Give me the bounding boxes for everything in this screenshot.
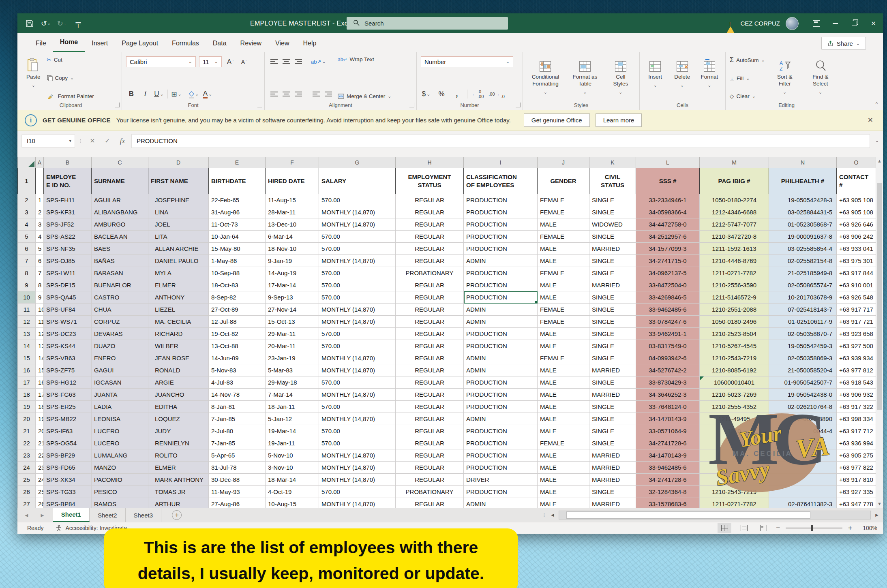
tab-split-handle[interactable]: ⁞	[543, 512, 545, 518]
cell-E26[interactable]: 11-May-93	[209, 486, 266, 498]
cell-F25[interactable]: 18-Mar-14	[266, 474, 319, 486]
cell-B19[interactable]: SPS-ER25	[44, 401, 92, 413]
cell-G27[interactable]: MONTHLY (14,870)	[319, 498, 396, 508]
cell-C25[interactable]: PACOMIO	[92, 474, 148, 486]
cell-F23[interactable]: 5-Nov-10	[266, 449, 319, 462]
column-header-O[interactable]: O	[837, 157, 876, 168]
cell-L2[interactable]: 33-2334946-1	[636, 194, 700, 206]
cell-L14[interactable]: 03-8317549-0	[636, 340, 700, 352]
cell-F22[interactable]: 19-Jan-11	[266, 437, 319, 449]
cell-styles-button[interactable]: Cell Styles⌄	[606, 56, 635, 100]
cell-L11[interactable]: 33-9462485-6	[636, 304, 700, 316]
cut-button[interactable]: ✂Cut	[47, 56, 94, 63]
cell-F15[interactable]: 23-Jan-19	[266, 352, 319, 364]
cell-E4[interactable]: 11-Oct-73	[209, 218, 266, 231]
row-header-9[interactable]: 9	[18, 279, 36, 291]
increase-font-icon[interactable]: Aˆ	[225, 57, 236, 67]
cell-D11[interactable]: LIEZEL	[148, 304, 209, 316]
cell-G12[interactable]: MONTHLY (14,870)	[319, 316, 396, 328]
cell-D2[interactable]: JOSEPHINE	[148, 194, 209, 206]
cell-J27[interactable]: MALE	[538, 498, 589, 508]
row-header-22[interactable]: 22	[18, 437, 36, 449]
cell-C24[interactable]: MANZO	[92, 462, 148, 474]
cell-N15[interactable]: 02-050358869-3	[769, 352, 837, 364]
cell-G6[interactable]: 570.00	[319, 243, 396, 255]
cell-L8[interactable]: 34-0962137-5	[636, 267, 700, 279]
cell-G9[interactable]: 570.00	[319, 279, 396, 291]
header-cell-I1[interactable]: CLASSIFICATION OF EMPLOYEES	[464, 168, 538, 194]
column-header-H[interactable]: H	[396, 157, 464, 168]
cell-C27[interactable]: RAMOS	[92, 498, 148, 508]
fill-button[interactable]: ↓Fill⌄	[730, 75, 750, 81]
cell-N2[interactable]: 19-050542428-3	[769, 194, 837, 206]
cell-D26[interactable]: TOMAS JR	[148, 486, 209, 498]
cell-O11[interactable]: +63 917 717	[837, 304, 876, 316]
align-right-icon[interactable]	[293, 89, 304, 99]
column-header-C[interactable]: C	[92, 157, 148, 168]
cell-K4[interactable]: WIDOWED	[589, 218, 636, 231]
cell-H22[interactable]: REGULAR	[396, 437, 464, 449]
scroll-left-icon[interactable]: ◄	[548, 511, 557, 520]
cell-F26[interactable]: 4-Oct-19	[266, 486, 319, 498]
cell-L9[interactable]: 33-8472504-0	[636, 279, 700, 291]
cell-E17[interactable]: 4-Jul-83	[209, 376, 266, 389]
cell-I12[interactable]: ADMIN	[464, 316, 538, 328]
cell-M11[interactable]: 1210-2551-2088	[700, 304, 769, 316]
scroll-down-icon[interactable]: ▼	[876, 500, 883, 508]
menu-tab-page-layout[interactable]: Page Layout	[115, 35, 165, 52]
cell-L17[interactable]: 33-8730429-3	[636, 376, 700, 389]
decrease-decimal-icon[interactable]: .00→.0	[488, 89, 504, 99]
expand-formula-bar-icon[interactable]: ⌄	[873, 138, 881, 143]
cell-H10[interactable]: REGULAR	[396, 291, 464, 304]
cell-O27[interactable]: +63 947 778	[837, 498, 876, 508]
cell-B7[interactable]: SPS-OJ85	[44, 255, 92, 267]
find-select-button[interactable]: Find & Select⌄	[805, 56, 836, 100]
column-header-M[interactable]: M	[700, 157, 769, 168]
sheet-tab-sheet2[interactable]: Sheet2	[90, 508, 126, 522]
cell-B3[interactable]: SPS-KF31	[44, 206, 92, 218]
cell-C10[interactable]: CASTRO	[92, 291, 148, 304]
zoom-in-icon[interactable]: +	[848, 524, 852, 532]
cell-A16[interactable]: 15	[36, 364, 44, 376]
cell-F19[interactable]: 18-Jan-11	[266, 401, 319, 413]
cell-M24[interactable]	[700, 462, 769, 474]
cell-L6[interactable]: 34-1577099-3	[636, 243, 700, 255]
cell-N24[interactable]	[769, 462, 837, 474]
cell-A21[interactable]: 20	[36, 425, 44, 437]
cell-J8[interactable]: FEMALE	[538, 267, 589, 279]
cell-O16[interactable]: +63 977 812	[837, 364, 876, 376]
number-dialog-launcher-icon[interactable]	[516, 103, 521, 107]
cell-F3[interactable]: 28-Mar-11	[266, 206, 319, 218]
header-cell-E1[interactable]: BIRTHDATE	[209, 168, 266, 194]
underline-button[interactable]: U⌄	[154, 89, 164, 99]
cell-M20[interactable]: 1211-49495	[700, 413, 769, 425]
cell-N7[interactable]: 02-025582154-8	[769, 255, 837, 267]
new-sheet-button[interactable]: +	[172, 510, 182, 520]
cell-G15[interactable]: MONTHLY (14,870)	[319, 352, 396, 364]
delete-cells-button[interactable]: ✕ Delete⌄	[671, 56, 693, 100]
cell-C16[interactable]: GAGUI	[92, 364, 148, 376]
cell-A22[interactable]: 21	[36, 437, 44, 449]
cell-M12[interactable]: 1050-0180-2496	[700, 316, 769, 328]
cell-A27[interactable]: 26	[36, 498, 44, 508]
sheet-tab-sheet1[interactable]: Sheet1	[53, 508, 90, 522]
row-header-10[interactable]: 10	[18, 291, 36, 304]
cell-G5[interactable]: 570.00	[319, 231, 396, 243]
cell-B22[interactable]: SPS-OG54	[44, 437, 92, 449]
cell-H20[interactable]: REGULAR	[396, 413, 464, 425]
cell-E21[interactable]: 2-Jul-80	[209, 425, 266, 437]
cell-O24[interactable]: +63 977 822	[837, 462, 876, 474]
cell-I10[interactable]: PRODUCTION	[464, 291, 538, 304]
cell-K9[interactable]: MARRIED	[589, 279, 636, 291]
cell-F11[interactable]: 27-Nov-14	[266, 304, 319, 316]
cell-M10[interactable]: 1211-5146572-9	[700, 291, 769, 304]
cell-A9[interactable]: 8	[36, 279, 44, 291]
cell-L16[interactable]: 34-5276742-2	[636, 364, 700, 376]
cell-H13[interactable]: REGULAR	[396, 328, 464, 340]
cell-K14[interactable]: SINGLE	[589, 340, 636, 352]
cell-D7[interactable]: DANIEL PAULO	[148, 255, 209, 267]
cell-J22[interactable]: FEMALE	[538, 437, 589, 449]
page-layout-view-button[interactable]	[737, 523, 751, 533]
cell-C9[interactable]: BUENAFLOR	[92, 279, 148, 291]
share-button[interactable]: Share ⌄	[821, 37, 866, 50]
